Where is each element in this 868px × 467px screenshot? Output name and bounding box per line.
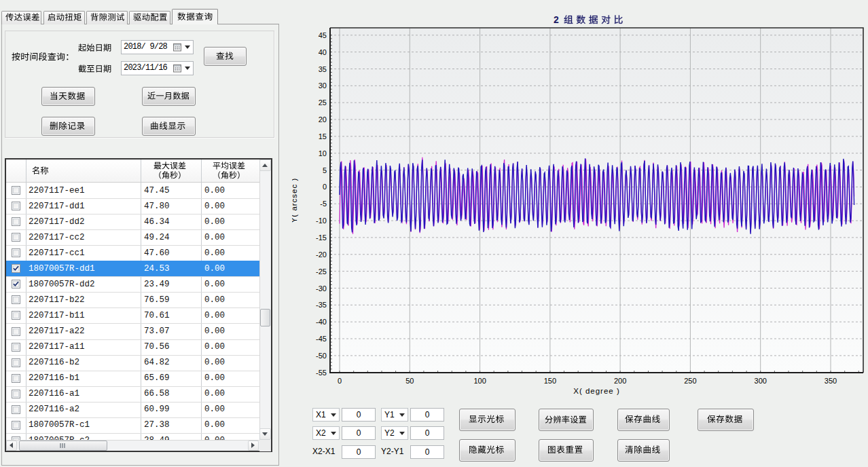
- svg-text:200: 200: [614, 377, 626, 385]
- svg-text:-35: -35: [316, 301, 327, 309]
- svg-text:45: 45: [319, 31, 327, 39]
- svg-text:25: 25: [319, 98, 327, 107]
- svg-text:300: 300: [755, 377, 767, 385]
- svg-text:15: 15: [319, 132, 327, 141]
- svg-text:-45: -45: [316, 335, 327, 343]
- svg-text:X( degree ): X( degree ): [573, 387, 620, 395]
- svg-text:-5: -5: [320, 200, 327, 208]
- svg-text:10: 10: [319, 149, 327, 157]
- svg-text:0: 0: [323, 183, 327, 191]
- svg-text:-25: -25: [316, 267, 327, 276]
- svg-text:5: 5: [323, 166, 327, 174]
- svg-text:0: 0: [338, 377, 342, 385]
- svg-text:30: 30: [319, 81, 327, 90]
- svg-text:Y( arcsec ): Y( arcsec ): [292, 178, 298, 223]
- svg-text:2: 2: [554, 14, 559, 25]
- svg-text:100: 100: [473, 377, 486, 385]
- svg-text:-15: -15: [316, 234, 327, 242]
- svg-text:-10: -10: [316, 217, 327, 225]
- svg-text:35: 35: [319, 65, 327, 73]
- svg-text:-30: -30: [316, 284, 327, 293]
- svg-text:20: 20: [319, 115, 327, 124]
- svg-text:-40: -40: [316, 318, 327, 326]
- svg-text:150: 150: [544, 377, 556, 385]
- svg-text:250: 250: [684, 377, 696, 385]
- svg-text:40: 40: [319, 48, 327, 56]
- svg-text:-55: -55: [316, 369, 327, 377]
- svg-text:50: 50: [405, 377, 414, 385]
- svg-text:350: 350: [825, 377, 837, 385]
- svg-text:-20: -20: [316, 250, 327, 259]
- svg-text:-50: -50: [316, 352, 327, 360]
